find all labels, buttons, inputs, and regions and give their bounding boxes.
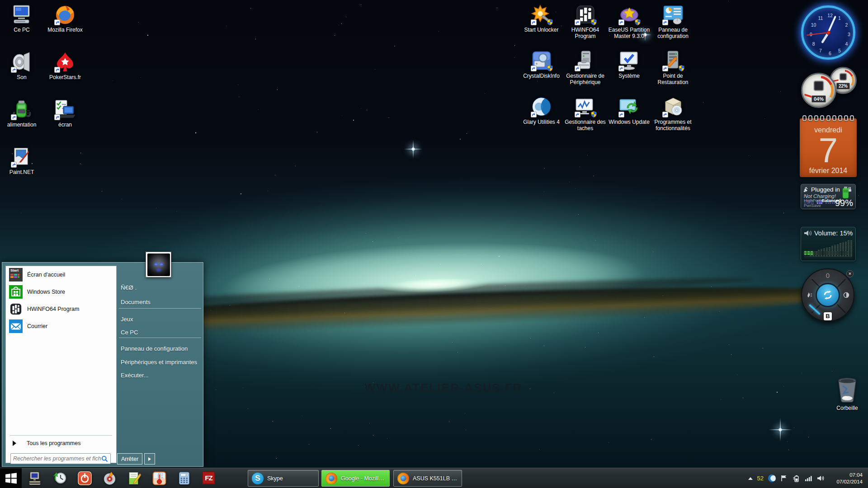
start-screen-icon: Start — [9, 268, 23, 282]
desktop-icon-laptop-checklist[interactable]: écran — [43, 97, 87, 144]
tray-date: 07/02/2014 — [829, 479, 863, 485]
taskbar-window-firefox-asus[interactable]: ASUS K551LB | Pa... — [393, 470, 462, 487]
desktop-icon-windows-update[interactable]: Windows Update — [607, 94, 651, 140]
recycle-bin-icon[interactable]: Corbeille — [831, 375, 863, 411]
volume-level-bar[interactable] — [804, 251, 848, 255]
shortcut-arrow-icon — [11, 162, 17, 168]
shortcut-arrow-icon — [575, 112, 580, 117]
search-icon[interactable] — [101, 455, 108, 462]
start-menu-item-hwinfo[interactable]: HWiNFO64 Program — [6, 300, 116, 318]
start-menu-item-mail[interactable]: Courrier — [6, 318, 116, 335]
mode-pwrsave[interactable]: PwrSave — [804, 203, 821, 208]
control-panel-icon — [662, 4, 684, 25]
volume-label: Volume: 15% — [814, 230, 853, 237]
taskbar-pinned-classic-computer[interactable] — [28, 471, 42, 485]
desktop-icon-pokerstars[interactable]: PokerStars.fr — [43, 49, 87, 97]
taskbar-pinned-disc-burner[interactable] — [103, 471, 117, 485]
window-label: Skype — [267, 475, 283, 482]
tray-overflow-arrow-icon[interactable] — [748, 477, 753, 480]
firefox-icon — [54, 4, 76, 25]
firefox-icon — [326, 473, 337, 484]
start-menu-item-start-screen[interactable]: StartÉcran d'accueil — [6, 266, 116, 283]
volume-gadget[interactable]: Volume: 15% — [801, 227, 856, 261]
action-center-flag-icon[interactable] — [780, 474, 788, 482]
tray-temperature-value[interactable]: 52 — [757, 475, 764, 482]
start-menu-item-label: HWiNFO64 Program — [27, 306, 79, 312]
start-menu-right-item-1[interactable]: Jeux — [121, 316, 133, 323]
desktop-icon-label: Système — [618, 73, 640, 79]
desktop-icon-speaker[interactable]: Son — [0, 49, 43, 97]
start-menu-right-item-2[interactable]: Ce PC — [121, 329, 138, 336]
start-search-input[interactable] — [11, 455, 101, 462]
battery-status-text: Plugged in — [811, 186, 840, 193]
desktop-icon-control-panel[interactable]: Panneau de configuration — [651, 2, 695, 48]
plug-icon — [803, 187, 810, 192]
taskbar-window-skype[interactable]: S Skype — [248, 470, 319, 487]
taskbar-pinned-power-button-red[interactable] — [78, 471, 92, 485]
contrast-mode-icon[interactable] — [843, 292, 849, 298]
shortcut-arrow-icon — [531, 19, 537, 25]
calendar-gadget[interactable]: vendredi 7 février 2014 — [800, 118, 857, 177]
start-menu-right-item-3[interactable]: Panneau de configuration — [121, 345, 188, 352]
shutdown-button[interactable]: Arrêter — [117, 453, 142, 465]
mode-highperf[interactable]: HighPerf — [804, 198, 821, 203]
desktop-icon-device-manager[interactable]: Gestionnaire de Périphérique — [563, 48, 607, 94]
desktop-icon-firefox[interactable]: Mozilla Firefox — [43, 2, 87, 49]
desktop-icon-task-manager[interactable]: Gestionnaire des taches — [563, 94, 607, 140]
pokerstars-icon — [54, 51, 76, 73]
volume-tray-icon[interactable] — [817, 474, 825, 482]
taskbar-pinned-thermometer[interactable] — [152, 471, 166, 485]
menu-divider — [119, 308, 201, 309]
skype-icon: S — [252, 473, 264, 484]
taskbar: 0FZ S Skype Google - Mozilla ... ASUS K5… — [0, 468, 868, 488]
shutdown-options-arrow[interactable] — [144, 453, 155, 465]
desktop-icon-system-check[interactable]: Système — [607, 48, 651, 94]
start-menu-right-item-0[interactable]: Documents — [121, 299, 151, 305]
desktop-icon-hwinfo[interactable]: HWiNFO64 Program — [563, 2, 607, 48]
desktop-icon-start-unlocker[interactable]: Start Unlocker — [519, 2, 563, 48]
taskbar-window-firefox-google[interactable]: Google - Mozilla ... — [321, 470, 390, 487]
taskbar-pinned-system-restore-clock[interactable] — [53, 471, 67, 485]
all-programs-label: Tous les programmes — [27, 440, 81, 446]
taskbar-pinned-notes-pencil[interactable] — [127, 471, 142, 485]
start-menu-right-item-4[interactable]: Périphériques et imprimantes — [121, 359, 197, 366]
shortcut-arrow-icon — [618, 66, 624, 71]
desktop-icon-label: CrystalDiskInfo — [523, 73, 560, 79]
glary-icon — [531, 96, 552, 117]
desktop-icon-battery-plug[interactable]: alimentation — [0, 97, 43, 144]
desktop-icon-restore-point[interactable]: Point de Restauration — [651, 48, 695, 94]
desktop-icon-crystaldiskinfo[interactable]: CrystalDiskInfo — [519, 48, 563, 94]
tray-clock[interactable]: 07:04 07/02/2014 — [829, 472, 863, 485]
desktop-icon-easeus[interactable]: EaseUS Partition Master 9.3.0 — [607, 2, 651, 48]
desktop-icon-glary[interactable]: Glary Utilities 4 — [519, 94, 563, 140]
start-menu-right-item-5[interactable]: Exécuter... — [121, 372, 148, 379]
wheel-sync-button[interactable] — [816, 283, 840, 307]
taskbar-pinned-filezilla[interactable]: FZ — [202, 471, 216, 485]
shortcut-arrow-icon — [618, 112, 624, 117]
network-signal-icon[interactable] — [805, 474, 812, 482]
start-menu-item-label: Courrier — [27, 323, 47, 329]
analog-clock-gadget[interactable]: 123456789101112 — [801, 5, 855, 60]
clock-number: 7 — [817, 48, 824, 53]
start-unlocker-icon — [531, 4, 552, 25]
cpu-usage-gauge-gadget[interactable]: 04% — [801, 73, 836, 108]
desktop-icon-programs-features[interactable]: Programmes et fonctionnalités — [651, 94, 695, 140]
start-search-box[interactable] — [10, 453, 111, 464]
uac-shield-icon — [590, 111, 597, 118]
start-menu-item-windows-store[interactable]: Windows Store — [6, 283, 116, 300]
taskbar-pinned-calculator[interactable]: 0 — [177, 471, 191, 485]
desktop-icon-label: Mozilla Firefox — [47, 27, 82, 33]
glary-utilities-tray-icon[interactable] — [768, 474, 776, 482]
wheel-close-button[interactable]: ✕ — [846, 270, 854, 277]
battery-status-gadget[interactable]: Plugged in Not Charging! HighPerf Balanc… — [801, 184, 856, 209]
desktop-icon-paintnet[interactable]: Paint.NET — [0, 144, 43, 192]
easeus-icon — [618, 4, 640, 25]
power-battery-tray-icon[interactable] — [793, 474, 800, 482]
desktop-icon-ce-pc[interactable]: Ce PC — [0, 2, 43, 49]
start-menu-username[interactable]: Ñ€Ø . — [121, 284, 137, 291]
start-button[interactable] — [0, 468, 22, 488]
asus-wheel-control-gadget[interactable]: 0 B ✕ — [801, 268, 854, 322]
user-avatar[interactable] — [146, 252, 171, 277]
fan-mode-icon[interactable] — [806, 292, 812, 298]
all-programs-item[interactable]: Tous les programmes — [6, 436, 116, 450]
